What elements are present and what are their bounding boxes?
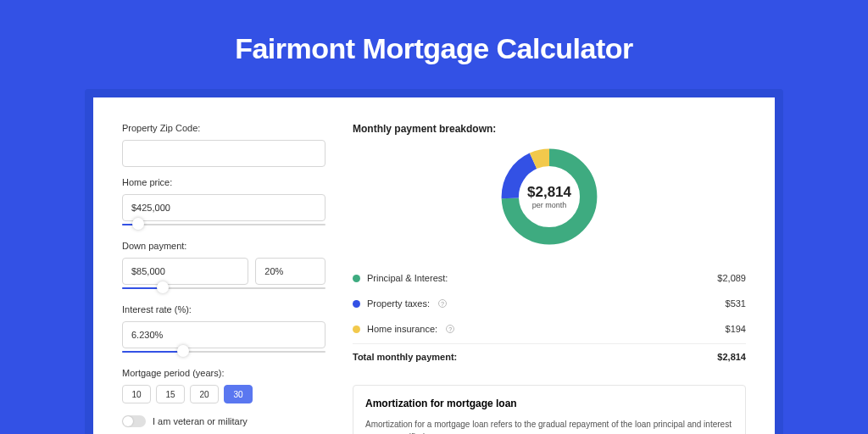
home-price-slider[interactable] (122, 219, 326, 231)
info-icon[interactable]: ? (446, 325, 454, 333)
main-card: Property Zip Code: Home price: Down paym… (93, 97, 775, 434)
page-title: Fairmont Mortgage Calculator (0, 0, 868, 89)
info-icon[interactable]: ? (438, 299, 447, 308)
dot-icon (353, 326, 360, 333)
donut-amount: $2,814 (527, 184, 571, 201)
veteran-row: I am veteran or military (122, 415, 326, 427)
legend-label: Principal & Interest: (367, 273, 448, 283)
down-payment-input[interactable] (122, 258, 248, 285)
interest-slider-thumb[interactable] (177, 345, 189, 357)
period-option-15[interactable]: 15 (156, 385, 185, 403)
veteran-label: I am veteran or military (153, 416, 248, 426)
donut-chart: $2,814 per month (353, 145, 746, 248)
legend-label: Property taxes: (367, 298, 430, 309)
legend-home-insurance: Home insurance: ? $194 (353, 316, 746, 342)
down-payment-slider-thumb[interactable] (157, 281, 169, 293)
interest-input[interactable] (122, 321, 326, 348)
down-payment-group: Down payment: (122, 241, 326, 294)
donut-sub: per month (532, 201, 567, 209)
zip-group: Property Zip Code: (122, 123, 326, 167)
period-option-20[interactable]: 20 (190, 385, 219, 403)
period-label: Mortgage period (years): (122, 368, 326, 378)
legend-value: $2,089 (717, 273, 746, 283)
period-group: Mortgage period (years): 10152030 (122, 368, 326, 403)
main-card-outer: Property Zip Code: Home price: Down paym… (85, 89, 783, 434)
legend-value: $531 (726, 298, 746, 309)
home-price-label: Home price: (122, 177, 326, 187)
veteran-toggle[interactable] (122, 415, 146, 427)
legend-property-taxes: Property taxes: ? $531 (353, 291, 746, 316)
donut-center: $2,814 per month (498, 145, 601, 248)
amortization-title: Amortization for mortgage loan (365, 398, 733, 409)
toggle-knob (123, 416, 133, 426)
home-price-slider-thumb[interactable] (132, 218, 144, 230)
interest-slider[interactable] (122, 346, 326, 358)
legend-label: Home insurance: (367, 324, 437, 334)
down-payment-slider[interactable] (122, 282, 326, 294)
down-payment-label: Down payment: (122, 241, 326, 251)
period-option-30[interactable]: 30 (224, 385, 253, 403)
home-price-group: Home price: (122, 177, 326, 231)
period-options: 10152030 (122, 385, 326, 403)
zip-input[interactable] (122, 140, 326, 167)
form-column: Property Zip Code: Home price: Down paym… (122, 123, 326, 434)
breakdown-column: Monthly payment breakdown: $2,814 per mo… (353, 123, 746, 434)
home-price-input[interactable] (122, 194, 326, 221)
breakdown-title: Monthly payment breakdown: (353, 123, 746, 135)
legend-principal-interest: Principal & Interest: $2,089 (353, 265, 746, 291)
total-row: Total monthly payment: $2,814 (353, 343, 746, 370)
total-value: $2,814 (717, 352, 746, 362)
legend-value: $194 (726, 324, 746, 334)
interest-group: Interest rate (%): (122, 304, 326, 358)
dot-icon (353, 300, 360, 308)
amortization-text: Amortization for a mortgage loan refers … (365, 418, 733, 434)
amortization-card: Amortization for mortgage loan Amortizat… (353, 385, 746, 434)
interest-label: Interest rate (%): (122, 304, 326, 314)
dot-icon (353, 275, 360, 282)
total-label: Total monthly payment: (353, 352, 457, 362)
down-payment-pct-input[interactable] (255, 258, 326, 285)
period-option-10[interactable]: 10 (122, 385, 151, 403)
zip-label: Property Zip Code: (122, 123, 326, 133)
